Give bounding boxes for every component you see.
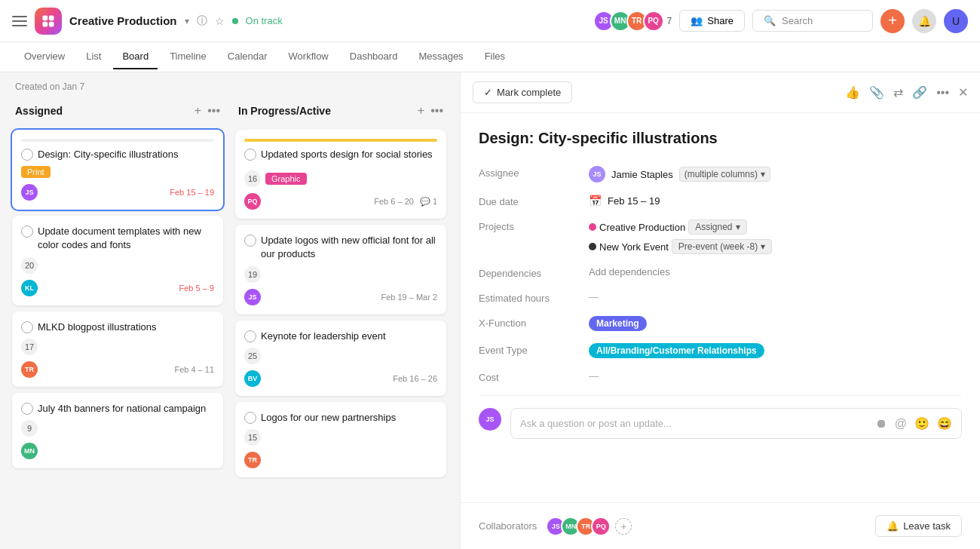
leave-task-button[interactable]: 🔔 Leave task <box>875 515 962 537</box>
card-update-logos[interactable]: Update logos with new official font for … <box>235 225 446 314</box>
column-add-button[interactable]: + <box>418 104 424 118</box>
tab-timeline[interactable]: Timeline <box>161 44 216 69</box>
collab-left: Collaborators JS MN TR PQ + <box>479 517 632 536</box>
card-title-row: Updated sports design for social stories <box>244 148 437 161</box>
task-checkbox[interactable] <box>21 321 33 333</box>
due-date-label: Due date <box>479 195 577 207</box>
like-icon[interactable]: 👍 <box>845 85 860 100</box>
card-avatar: TR <box>244 452 261 468</box>
project-dropdown-icon[interactable]: ▾ <box>185 16 189 26</box>
task-checkbox[interactable] <box>244 412 256 424</box>
column-more-button[interactable]: ••• <box>207 104 220 118</box>
column-add-button[interactable]: + <box>194 104 201 118</box>
topbar-right: JS MN TR PQ 7 👥 Share 🔍 Search + 🔔 U <box>593 9 968 33</box>
card-number: 17 <box>21 339 38 355</box>
card-number: 9 <box>21 420 38 437</box>
project1-badge-button[interactable]: Assigned ▾ <box>688 219 746 235</box>
task-checkbox[interactable] <box>21 149 33 161</box>
task-title-input[interactable] <box>479 128 962 148</box>
tab-files[interactable]: Files <box>476 44 514 69</box>
multiple-columns-button[interactable]: (multiple columns) ▾ <box>679 167 770 182</box>
card-logos-partnerships[interactable]: Logos for our new partnerships 15 TR <box>235 402 446 477</box>
assignee-avatar: JS <box>589 166 605 182</box>
card-number: 19 <box>244 266 261 283</box>
close-icon[interactable]: ✕ <box>958 85 968 100</box>
status-indicator <box>232 18 238 24</box>
share-button[interactable]: 👥 Share <box>679 10 745 32</box>
card-design-illustrations[interactable]: Design: City-specific illustrations Prin… <box>12 130 223 210</box>
add-dependencies-button[interactable]: Add dependencies <box>589 266 670 278</box>
projects-label: Projects <box>479 219 577 232</box>
column-more-button[interactable]: ••• <box>430 104 443 118</box>
record-icon[interactable]: ⏺ <box>875 417 887 431</box>
avatar-group: JS MN TR PQ 7 <box>593 11 672 32</box>
task-checkbox[interactable] <box>244 149 256 161</box>
tab-dashboard[interactable]: Dashboard <box>341 44 407 69</box>
tab-board[interactable]: Board <box>113 44 158 69</box>
menu-button[interactable] <box>12 14 27 29</box>
project2-name: New York Event <box>599 241 669 253</box>
card-avatar: BV <box>244 370 261 387</box>
card-keynote[interactable]: Keynote for leadership event 25 BV Feb 1… <box>235 321 446 396</box>
mention-icon[interactable]: @ <box>895 417 907 431</box>
assignee-name: Jamie Staples <box>611 169 673 180</box>
comment-area: JS Ask a question or post an update... ⏺… <box>479 395 962 439</box>
avatar: PQ <box>643 11 664 32</box>
card-date: Feb 16 – 26 <box>393 374 437 383</box>
card-avatar: KL <box>21 280 38 296</box>
main-content: Created on Jan 7 Assigned + ••• Design: <box>0 72 980 549</box>
add-button[interactable]: + <box>880 9 905 33</box>
event-type-tag: All/Branding/Customer Relationships <box>589 343 764 358</box>
chevron-down-icon: ▾ <box>761 241 765 252</box>
tab-overview[interactable]: Overview <box>15 44 74 69</box>
tab-workflow[interactable]: Workflow <box>280 44 338 69</box>
star-icon[interactable]: ☆ <box>215 15 225 27</box>
column-assigned-header: Assigned + ••• <box>12 101 223 124</box>
card-footer: JS Feb 15 – 19 <box>21 184 214 201</box>
card-date: Feb 4 – 11 <box>174 365 214 374</box>
link-icon[interactable]: 🔗 <box>912 85 927 100</box>
app-logo <box>35 8 62 35</box>
project-dot-pink <box>589 223 596 231</box>
tab-calendar[interactable]: Calendar <box>219 44 277 69</box>
comment-input[interactable]: Ask a question or post an update... ⏺ @ … <box>510 408 962 439</box>
add-collaborator-button[interactable]: + <box>615 518 632 535</box>
attachment-icon[interactable]: 📎 <box>869 85 884 100</box>
svg-rect-2 <box>43 21 48 26</box>
card-bar <box>21 139 214 142</box>
field-projects: Projects Creative Production Assigned ▾ … <box>479 219 962 254</box>
toolbar-icons: 👍 📎 ⇄ 🔗 ••• ✕ <box>845 85 968 100</box>
column-in-progress-actions: + ••• <box>418 104 443 118</box>
search-box[interactable]: 🔍 Search <box>752 10 873 32</box>
tab-list[interactable]: List <box>77 44 110 69</box>
card-update-templates[interactable]: Update document templates with new color… <box>12 216 223 305</box>
card-mlkd-blogpost[interactable]: MLKD blogpost illustrations 17 TR Feb 4 … <box>12 311 223 387</box>
emoji-icon[interactable]: 🙂 <box>914 416 929 431</box>
mark-complete-button[interactable]: ✓ Mark complete <box>473 81 572 103</box>
more-icon[interactable]: ••• <box>936 86 949 100</box>
card-date: Feb 15 – 19 <box>170 188 214 197</box>
card-date: Feb 19 – Mar 2 <box>381 293 437 302</box>
gif-icon[interactable]: 😄 <box>937 416 952 431</box>
card-title-row: July 4th banners for national campaign <box>21 402 214 416</box>
comment-icons: ⏺ @ 🙂 😄 <box>875 416 952 431</box>
field-assignee: Assignee JS Jamie Staples (multiple colu… <box>479 166 962 182</box>
notification-icon[interactable]: 🔔 <box>912 9 936 33</box>
task-checkbox[interactable] <box>21 403 33 415</box>
user-avatar[interactable]: U <box>944 9 968 33</box>
dependency-icon[interactable]: ⇄ <box>893 85 903 100</box>
column-in-progress-header: In Progress/Active + ••• <box>235 101 446 124</box>
calendar-icon: 📅 <box>589 195 602 207</box>
collaborators-label: Collaborators <box>479 520 537 532</box>
task-checkbox[interactable] <box>244 330 256 342</box>
project2-badge-button[interactable]: Pre-event (week -8) ▾ <box>672 239 772 254</box>
card-sports-design[interactable]: Updated sports design for social stories… <box>235 130 446 219</box>
tab-messages[interactable]: Messages <box>409 44 472 69</box>
estimated-hours-value: — <box>589 291 599 302</box>
task-checkbox[interactable] <box>244 235 256 247</box>
card-july-banners[interactable]: July 4th banners for national campaign 9… <box>12 393 223 468</box>
card-title-row: Keynote for leadership event <box>244 330 437 343</box>
task-checkbox[interactable] <box>21 225 33 238</box>
info-icon[interactable]: ⓘ <box>197 14 207 28</box>
chevron-down-icon: ▾ <box>736 222 740 232</box>
